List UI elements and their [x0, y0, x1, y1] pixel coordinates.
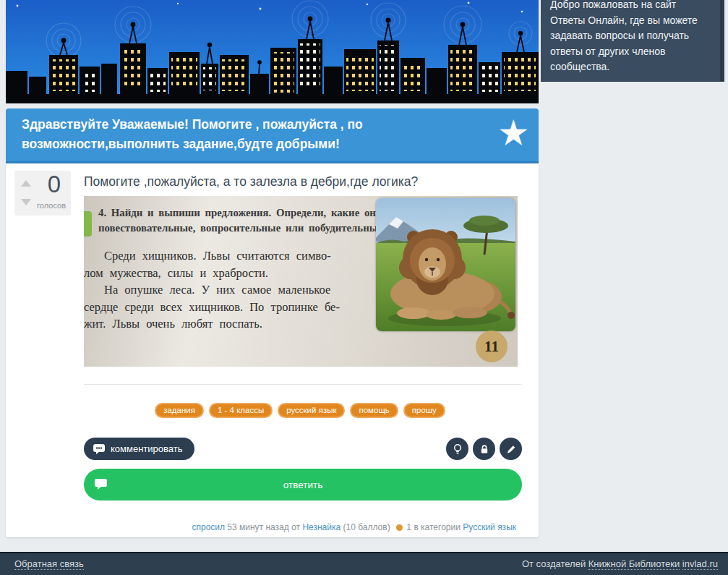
lion-photo: [376, 198, 515, 331]
question-content: Помогите ,пожалуйста, а то залезла в деб…: [78, 169, 522, 532]
footer-credits: От создателей Книжной Библиотеки invlad.…: [522, 558, 718, 569]
actions-row: комментировать: [84, 438, 522, 460]
answer-button[interactable]: ответить: [84, 469, 522, 501]
book-body-line: сердце среди всех хищников. По тропинке …: [84, 299, 372, 316]
moderation-buttons: [446, 438, 522, 460]
feedback-link[interactable]: Обратная связь: [14, 558, 84, 570]
footer: Обратная связь От создателей Книжной Биб…: [0, 552, 728, 575]
question-header: Здравствуйте Уважаемые! Помогите , пожал…: [6, 108, 539, 163]
answers-dot-icon: [396, 524, 403, 531]
vote-up-icon[interactable]: [21, 180, 31, 187]
edit-button[interactable]: [500, 438, 522, 460]
lightbulb-icon: [453, 443, 463, 455]
tag[interactable]: русский язык: [278, 403, 345, 418]
comment-button-label: комментировать: [111, 443, 182, 454]
book-page-number: 11: [476, 331, 508, 362]
tag[interactable]: прошу: [403, 403, 445, 418]
favorite-star-icon[interactable]: ★: [500, 116, 528, 150]
city-skyline-banner: [6, 0, 539, 103]
question-title: Помогите ,пожалуйста, а то залезла в деб…: [84, 174, 522, 189]
book-body-line: На опушке леса. У них самое маленькое: [84, 281, 372, 299]
comment-bubble-icon: [93, 444, 105, 454]
vote-label: голосов: [37, 201, 66, 210]
tag[interactable]: задания: [155, 403, 204, 418]
asked-link[interactable]: спросил: [192, 522, 225, 532]
question-header-title: Здравствуйте Уважаемые! Помогите , пожал…: [22, 117, 363, 151]
invlad-link[interactable]: invlad.ru: [682, 558, 718, 570]
lock-icon: [479, 444, 489, 454]
answer-button-label: ответить: [283, 480, 322, 490]
user-link[interactable]: Незнайка: [302, 522, 341, 532]
answer-bubble-icon: [95, 479, 107, 492]
question-attachment-image[interactable]: 4. Найди и выпиши предложения. Определи,…: [84, 196, 518, 367]
question-body: 0 голосов Помогите ,пожалуйста, а то зал…: [6, 163, 539, 537]
answers-count: 1: [406, 522, 411, 532]
sidebar-welcome-box: Добро пожаловать на сайт Ответы Онлайн, …: [541, 0, 724, 82]
vote-box: 0 голосов: [14, 171, 71, 216]
pencil-icon: [506, 444, 516, 454]
user-points: (10 баллов): [343, 522, 390, 532]
library-link[interactable]: Книжной Библиотеки: [588, 558, 680, 570]
comment-button[interactable]: комментировать: [84, 438, 194, 460]
in-category-text: в категории: [414, 522, 461, 532]
lock-button[interactable]: [473, 438, 495, 460]
book-body-line: лом мужества, силы и храбрости.: [84, 265, 372, 282]
exercise-marker: [84, 211, 92, 237]
question-card: Здравствуйте Уважаемые! Помогите , пожал…: [6, 108, 539, 537]
tag-list: задания1 - 4 классырусский языкпомощьпро…: [78, 403, 522, 418]
divider: [84, 384, 522, 385]
tag[interactable]: 1 - 4 классы: [209, 403, 273, 418]
book-body-text: Среди хищников. Львы считаются симво-лом…: [84, 247, 372, 333]
credits-prefix: От создателей: [522, 558, 586, 569]
book-body-line: жит. Львы очень любят поспать.: [84, 315, 372, 333]
category-link[interactable]: Русский язык: [463, 522, 516, 532]
book-body-line: Среди хищников. Львы считаются симво-: [84, 247, 372, 265]
vote-down-icon[interactable]: [21, 199, 31, 205]
asked-time: 53 минут назад от: [227, 522, 300, 532]
sidebar-welcome-text: Добро пожаловать на сайт Ответы Онлайн, …: [550, 0, 711, 75]
hint-button[interactable]: [446, 438, 468, 460]
tag[interactable]: помощь: [350, 403, 398, 418]
question-meta: спросил 53 минут назад от Незнайка (10 б…: [78, 522, 516, 532]
vote-count: 0: [48, 171, 61, 198]
